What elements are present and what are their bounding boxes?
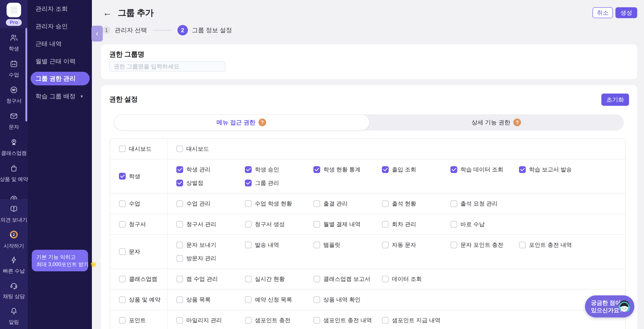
permission-item-샘포인트 지급 내역[interactable]: 샘포인트 지급 내역	[382, 316, 450, 324]
permission-item-포인트 충전 내역[interactable]: 포인트 충전 내역	[519, 241, 588, 249]
permission-item-회차 관리[interactable]: 회차 관리	[382, 220, 450, 228]
sidebar-scrollbar-thumb[interactable]	[26, 28, 27, 122]
permission-item-대시보드[interactable]: 대시보드	[176, 145, 245, 153]
category-checkbox-item[interactable]: 포인트	[119, 316, 146, 324]
checkbox-unchecked[interactable]	[314, 221, 320, 228]
tab-상세 기능 권한[interactable]: 상세 기능 권한?	[369, 114, 624, 131]
rail-item-의견 보내기[interactable]: 의견 보내기	[0, 201, 28, 227]
checkbox-unchecked[interactable]	[519, 242, 526, 248]
permission-item-템플릿[interactable]: 템플릿	[314, 241, 382, 249]
permission-item-샘포인트 충전[interactable]: 샘포인트 충전	[245, 316, 314, 324]
submenu-item-근태 내역[interactable]: 근태 내역	[28, 35, 92, 53]
permission-item-출석 요청 관리[interactable]: 출석 요청 관리	[450, 200, 519, 207]
permission-item-실시간 현황[interactable]: 실시간 현황	[245, 275, 314, 283]
permission-item-데이터 조회[interactable]: 데이터 조회	[382, 275, 450, 283]
submenu-item-월별 근태 이력[interactable]: 월별 근태 이력	[28, 53, 92, 70]
rail-item-빠른 수납[interactable]: 빠른 수납	[0, 252, 28, 278]
checkbox-checked[interactable]	[450, 166, 457, 173]
rail-item-수업[interactable]: 수업	[0, 56, 28, 82]
checkbox-unchecked[interactable]	[119, 221, 126, 228]
checkbox-unchecked[interactable]	[176, 317, 183, 324]
permission-item-청구서 관리[interactable]: 청구서 관리	[176, 220, 245, 228]
permission-item-상품 내역 확인[interactable]: 상품 내역 확인	[314, 296, 382, 303]
rail-item-문자[interactable]: 문자	[0, 108, 28, 134]
permission-item-학생 승인[interactable]: 학생 승인	[245, 166, 314, 173]
permission-item-문자 보내기[interactable]: 문자 보내기	[176, 241, 245, 249]
question-badge-icon[interactable]: ?	[513, 119, 521, 126]
rail-item-학생[interactable]: 학생	[0, 30, 28, 56]
checkbox-unchecked[interactable]	[176, 145, 183, 152]
checkbox-checked[interactable]	[382, 166, 389, 173]
checkbox-unchecked[interactable]	[382, 317, 389, 324]
category-checkbox-item[interactable]: 학생	[119, 173, 140, 180]
checkbox-checked[interactable]	[245, 166, 252, 173]
checkbox-unchecked[interactable]	[245, 221, 252, 228]
rail-item-청구서[interactable]: 청구서	[0, 82, 28, 108]
checkbox-checked[interactable]	[176, 166, 183, 173]
permission-item-학생 현황 통계[interactable]: 학생 현황 통계	[314, 166, 382, 173]
permission-item-바로 수납[interactable]: 바로 수납	[450, 220, 519, 228]
submenu-item-그룹 권한 관리[interactable]: 그룹 권한 관리	[31, 72, 90, 85]
checkbox-unchecked[interactable]	[382, 221, 389, 228]
category-checkbox-item[interactable]: 클래스업캠	[119, 275, 157, 283]
checkbox-unchecked[interactable]	[314, 242, 320, 248]
permission-item-발송 내역[interactable]: 발송 내역	[245, 241, 314, 249]
close-icon[interactable]: ✕	[97, 256, 104, 265]
checkbox-unchecked[interactable]	[245, 242, 252, 248]
checkbox-checked[interactable]	[519, 166, 526, 173]
app-logo[interactable]	[6, 3, 21, 17]
permission-item-마일리지 관리[interactable]: 마일리지 관리	[176, 316, 245, 324]
permission-item-청구서 생성[interactable]: 청구서 생성	[245, 220, 314, 228]
group-name-input[interactable]	[109, 61, 225, 72]
checkbox-unchecked[interactable]	[176, 221, 183, 228]
cancel-button[interactable]: 취소	[592, 7, 613, 18]
rail-item-상품 및 예약[interactable]: 상품 및 예약	[0, 160, 28, 186]
permission-item-샘포인트 충전 내역[interactable]: 샘포인트 충전 내역	[314, 316, 382, 324]
question-badge-icon[interactable]: ?	[258, 119, 266, 126]
checkbox-checked[interactable]	[314, 166, 320, 173]
back-arrow-icon[interactable]: ←	[103, 8, 112, 17]
permission-item-월별 결제 내역[interactable]: 월별 결제 내역	[314, 220, 382, 228]
checkbox-unchecked[interactable]	[245, 317, 252, 324]
checkbox-checked[interactable]	[245, 180, 252, 186]
permission-item-학습 보고서 발송[interactable]: 학습 보고서 발송	[519, 166, 588, 173]
permission-item-상품 목록[interactable]: 상품 목록	[176, 296, 245, 303]
checkbox-unchecked[interactable]	[314, 200, 320, 207]
permission-item-예약 신청 목록[interactable]: 예약 신청 목록	[245, 296, 314, 303]
permission-item-학습 데이터 조회[interactable]: 학습 데이터 조회	[450, 166, 519, 173]
tab-메뉴 접근 권한[interactable]: 메뉴 접근 권한?	[114, 114, 369, 131]
permission-item-문자 포인트 충전[interactable]: 문자 포인트 충전	[450, 241, 519, 249]
category-checkbox-item[interactable]: 문자	[119, 248, 140, 255]
create-button[interactable]: 생성	[616, 7, 637, 18]
permission-item-그룹 관리[interactable]: 그룹 관리	[245, 179, 314, 187]
checkbox-checked[interactable]	[176, 180, 183, 186]
collapse-sidebar-button[interactable]: ‹	[92, 26, 103, 42]
submenu-item-학습 그룹 배정[interactable]: 학습 그룹 배정▾	[28, 87, 92, 105]
permission-item-학생 관리[interactable]: 학생 관리	[176, 166, 245, 173]
checkbox-unchecked[interactable]	[176, 242, 183, 248]
permission-item-자동 문자[interactable]: 자동 문자	[382, 241, 450, 249]
checkbox-unchecked[interactable]	[119, 276, 126, 282]
checkbox-unchecked[interactable]	[176, 296, 183, 303]
rail-item-채팅 상담[interactable]: 채팅 상담	[0, 278, 28, 303]
permission-item-수업 관리[interactable]: 수업 관리	[176, 200, 245, 207]
rail-item-시작하기[interactable]: 2시작하기	[0, 227, 28, 252]
checkbox-unchecked[interactable]	[245, 276, 252, 282]
permission-item-출입 조회[interactable]: 출입 조회	[382, 166, 450, 173]
reset-button[interactable]: 초기화	[601, 94, 629, 106]
checkbox-unchecked[interactable]	[450, 242, 457, 248]
checkbox-unchecked[interactable]	[119, 248, 126, 255]
permission-item-방문자 관리[interactable]: 방문자 관리	[176, 254, 245, 262]
checkbox-unchecked[interactable]	[314, 296, 320, 303]
permission-item-출석 현황[interactable]: 출석 현황	[382, 200, 450, 207]
checkbox-unchecked[interactable]	[245, 296, 252, 303]
checkbox-unchecked[interactable]	[314, 317, 320, 324]
rail-item-클래스업캠[interactable]: 클래스업캠	[0, 134, 28, 160]
checkbox-unchecked[interactable]	[245, 200, 252, 207]
checkbox-unchecked[interactable]	[450, 221, 457, 228]
checkbox-unchecked[interactable]	[119, 296, 126, 303]
permission-item-상벌점[interactable]: 상벌점	[176, 179, 245, 187]
checkbox-unchecked[interactable]	[314, 276, 320, 282]
checkbox-unchecked[interactable]	[176, 255, 183, 262]
permission-item-수업 학생 현황[interactable]: 수업 학생 현황	[245, 200, 314, 207]
